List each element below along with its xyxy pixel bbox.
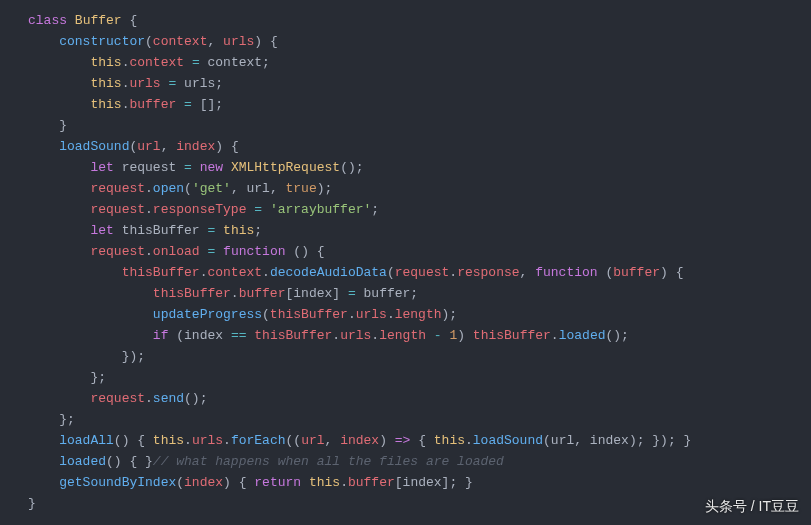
op-minus: - — [434, 328, 442, 343]
method-loaded: loaded — [559, 328, 606, 343]
brace-close: } — [28, 496, 36, 511]
param-index: index — [176, 139, 215, 154]
prop-buffer: buffer — [129, 97, 176, 112]
prop-response: response — [457, 265, 519, 280]
string-arraybuffer: 'arraybuffer' — [270, 202, 371, 217]
constructor-keyword: constructor — [59, 34, 145, 49]
arrow-fn: => — [395, 433, 411, 448]
prop-context: context — [129, 55, 184, 70]
param-urls: urls — [223, 34, 254, 49]
method-send: send — [153, 391, 184, 406]
method-foreach: forEach — [231, 433, 286, 448]
method-loaded-def: loaded — [59, 454, 106, 469]
prop-onload: onload — [153, 244, 200, 259]
brace: { — [129, 13, 137, 28]
var-request: request — [122, 160, 177, 175]
var-thisbuffer: thisBuffer — [122, 223, 200, 238]
keyword-if: if — [153, 328, 169, 343]
literal-true: true — [286, 181, 317, 196]
param-url: url — [137, 139, 160, 154]
method-decodeaudiodata: decodeAudioData — [270, 265, 387, 280]
method-open: open — [153, 181, 184, 196]
empty-array: [] — [200, 97, 216, 112]
keyword-return: return — [254, 475, 301, 490]
keyword-new: new — [200, 160, 223, 175]
this-keyword: this — [90, 55, 121, 70]
keyword-function: function — [223, 244, 285, 259]
watermark-text: 头条号 / IT豆豆 — [705, 496, 799, 517]
class-xhr: XMLHttpRequest — [231, 160, 340, 175]
op-eqeq: == — [231, 328, 247, 343]
method-loadall: loadAll — [59, 433, 114, 448]
prop-responsetype: responseType — [153, 202, 247, 217]
var-context: context — [208, 55, 263, 70]
class-name-buffer: Buffer — [75, 13, 122, 28]
fn-updateprogress: updateProgress — [153, 307, 262, 322]
method-loadsound: loadSound — [59, 139, 129, 154]
code-editor: class Buffer { constructor(context, urls… — [0, 0, 811, 524]
string-get: 'get' — [192, 181, 231, 196]
prop-length: length — [395, 307, 442, 322]
comment-loaded: // what happens when all the files are l… — [153, 454, 504, 469]
op-eq: = — [192, 55, 200, 70]
method-getsoundbyindex: getSoundByIndex — [59, 475, 176, 490]
prop-urls: urls — [129, 76, 160, 91]
keyword-let: let — [90, 160, 113, 175]
param-context: context — [153, 34, 208, 49]
keyword-class: class — [28, 13, 67, 28]
